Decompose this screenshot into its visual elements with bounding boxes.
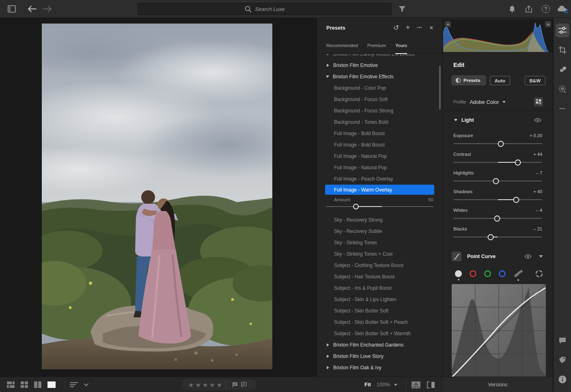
preset-item[interactable]: Background - Tones Bold [317, 116, 442, 128]
view-square-grid-icon[interactable] [19, 380, 29, 390]
back-arrow-icon[interactable] [26, 2, 39, 15]
filter-funnel-icon[interactable] [396, 2, 409, 15]
preset-item[interactable]: Subject - Clothing Texture Boost [317, 260, 442, 271]
parametric-curve-button[interactable] [513, 269, 523, 278]
more-tools-icon[interactable]: ••• [556, 101, 569, 115]
preset-item[interactable]: Sky - Recovery Strong [317, 214, 442, 226]
preset-item[interactable]: Sky - Striking Tones [317, 237, 442, 248]
slider-track[interactable] [453, 237, 542, 237]
presets-toggle-button[interactable]: Presets [452, 75, 486, 85]
masking-tool-icon[interactable] [556, 82, 569, 96]
shadow-clipping-icon[interactable] [445, 21, 451, 27]
preset-group[interactable]: Brixton Film Emotive [317, 60, 442, 71]
preset-item[interactable]: Full Image - Warm Overlay [325, 185, 434, 195]
star-icon[interactable]: ★ [195, 382, 200, 388]
preset-group[interactable]: Brixton Film Earthy Moods 2.0 Effects [317, 54, 442, 60]
tab-yours[interactable]: Yours [395, 37, 407, 54]
amount-slider-track[interactable] [326, 206, 433, 207]
slider-knob[interactable] [513, 197, 519, 203]
preset-item[interactable]: Sky - Striking Tones + Cool [317, 248, 442, 260]
preset-item[interactable]: Sky - Recovery Subtle [317, 226, 442, 237]
panel-toggle-icon[interactable] [5, 2, 18, 15]
slider-track[interactable] [453, 162, 542, 163]
view-detail-icon[interactable] [47, 380, 56, 390]
preset-group[interactable]: Brixton Film Oak & Ivy [317, 362, 442, 373]
reject-flag-icon[interactable] [239, 381, 248, 389]
preset-item[interactable]: Subject - Hair Texture Boost [317, 271, 442, 282]
view-photo-grid-icon[interactable] [6, 380, 15, 390]
search-input[interactable]: Search Luxe [138, 3, 392, 15]
star-rating[interactable]: ★★★★★ [188, 382, 222, 388]
pick-flag-icon[interactable] [230, 381, 239, 389]
add-preset-icon[interactable]: + [403, 23, 412, 32]
auto-button[interactable]: Auto [490, 76, 510, 85]
preset-item[interactable]: Subject - Skin & Lips Lighten [317, 294, 442, 305]
star-icon[interactable]: ★ [188, 382, 194, 388]
help-icon[interactable]: ? [539, 2, 552, 15]
histogram[interactable] [443, 19, 553, 52]
preset-group[interactable]: Brixton Film Enchanted Gardens [317, 339, 442, 351]
more-options-icon[interactable]: ••• [415, 23, 424, 32]
targeted-adjustment-icon[interactable] [535, 270, 543, 278]
versions-bar[interactable]: Versions [443, 377, 553, 392]
slider-track[interactable] [453, 181, 542, 181]
slider-track[interactable] [453, 199, 542, 200]
zoom-level[interactable]: 100% [377, 381, 390, 388]
slider-knob[interactable] [515, 159, 521, 166]
star-icon[interactable]: ★ [217, 382, 222, 388]
share-icon[interactable] [522, 2, 535, 15]
preset-item[interactable]: Subject - Skin Butter Soft + Peach [317, 317, 442, 328]
photo[interactable] [42, 24, 272, 369]
chevron-down-icon[interactable] [502, 101, 506, 103]
close-icon[interactable]: ✕ [427, 23, 436, 32]
star-icon[interactable]: ★ [209, 382, 215, 388]
tab-premium[interactable]: Premium [367, 37, 386, 54]
scrollbar-thumb[interactable] [439, 66, 441, 110]
channel-green-button[interactable] [484, 270, 491, 277]
tone-curve-graph[interactable] [452, 284, 546, 377]
view-compare-icon[interactable] [33, 380, 43, 390]
slider-track[interactable] [453, 143, 542, 144]
highlight-clipping-icon[interactable] [545, 21, 551, 27]
eye-icon[interactable] [534, 118, 541, 123]
slider-knob[interactable] [493, 178, 499, 184]
channel-white-button[interactable] [455, 270, 462, 277]
slider-track[interactable] [453, 218, 542, 219]
curve-tool-icon[interactable] [452, 252, 461, 261]
eye-icon[interactable] [524, 254, 532, 259]
forward-arrow-icon[interactable] [41, 2, 54, 15]
crop-tool-icon[interactable] [556, 43, 569, 57]
tab-recommended[interactable]: Recommended [326, 37, 358, 54]
before-after-icon[interactable] [426, 380, 436, 390]
channel-red-button[interactable] [470, 270, 476, 277]
slider-knob[interactable] [494, 215, 500, 222]
preset-item[interactable]: Full Image - Bold Boost [317, 139, 442, 151]
preset-item[interactable]: Background - Focus Soft [317, 94, 442, 105]
filmstrip-toggle-icon[interactable] [411, 380, 421, 390]
bw-button[interactable]: B&W [525, 76, 545, 85]
info-icon[interactable] [556, 373, 569, 386]
notifications-bell-icon[interactable] [506, 2, 519, 15]
chevron-down-icon[interactable] [81, 380, 91, 390]
star-icon[interactable]: ★ [203, 382, 208, 388]
light-section-header[interactable]: Light [443, 111, 553, 129]
slider-knob[interactable] [498, 141, 504, 147]
healing-tool-icon[interactable] [556, 62, 569, 76]
amount-slider-knob[interactable] [353, 204, 359, 209]
preset-item[interactable]: Full Image - Natural Pop [317, 151, 442, 162]
preset-item[interactable]: Subject - Skin Butter Soft [317, 305, 442, 317]
slider-knob[interactable] [487, 234, 493, 240]
preset-group[interactable]: Brixton Film Emotive Effects [317, 71, 442, 82]
edit-tool-icon[interactable] [556, 24, 569, 37]
channel-blue-button[interactable] [499, 270, 506, 277]
profile-browser-icon[interactable] [534, 97, 543, 106]
cloud-sync-icon[interactable] [556, 2, 569, 15]
keyword-tag-icon[interactable] [556, 353, 569, 367]
preset-item[interactable]: Subject - Skin Butter Soft + Warmth [317, 328, 442, 339]
comments-icon[interactable] [556, 334, 569, 347]
sort-icon[interactable] [69, 380, 79, 390]
chevron-down-icon[interactable] [394, 384, 397, 386]
revert-icon[interactable]: ↺ [392, 23, 401, 32]
preset-item[interactable]: Subject - Iris & Pupil Boost [317, 282, 442, 294]
profile-value[interactable]: Adobe Color [470, 99, 499, 105]
